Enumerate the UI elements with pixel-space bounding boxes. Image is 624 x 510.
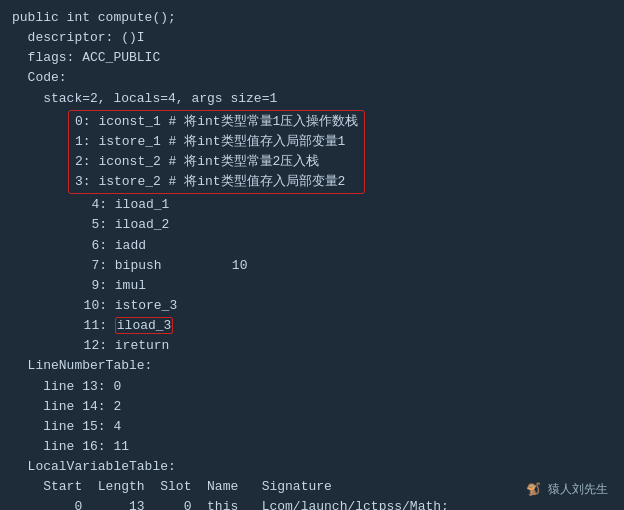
- watermark: 🐒 猿人刘先生: [526, 481, 608, 498]
- line-number-table-label: LineNumberTable:: [12, 356, 624, 376]
- line-10: 10: istore_3: [68, 296, 624, 316]
- local-var-table-label: LocalVariableTable:: [12, 457, 624, 477]
- ln-0: line 13: 0: [12, 377, 624, 397]
- hl-line-0: 0: iconst_1 # 将int类型常量1压入操作数栈: [75, 112, 358, 132]
- ln-2: line 15: 4: [12, 417, 624, 437]
- line-descriptor: descriptor: ()I: [12, 28, 624, 48]
- line-12: 12: ireturn: [68, 336, 624, 356]
- line-11: 11: iload_3: [68, 316, 624, 336]
- lv-row-0: 0 13 0 this Lcom/launch/lctpss/Math;: [12, 497, 624, 510]
- ln-3: line 16: 11: [12, 437, 624, 457]
- hl-line-1: 1: istore_1 # 将int类型值存入局部变量1: [75, 132, 358, 152]
- line-7: 7: bipush 10: [68, 256, 624, 276]
- line-flags: flags: ACC_PUBLIC: [12, 48, 624, 68]
- line-method-sig: public int compute();: [12, 8, 624, 28]
- highlighted-instructions: 0: iconst_1 # 将int类型常量1压入操作数栈 1: istore_…: [68, 110, 365, 195]
- ln-1: line 14: 2: [12, 397, 624, 417]
- line-stack-info: stack=2, locals=4, args size=1: [12, 89, 624, 109]
- line-4: 4: iload_1: [68, 195, 624, 215]
- hl-line-3: 3: istore_2 # 将int类型值存入局部变量2: [75, 172, 358, 192]
- watermark-text: 🐒 猿人刘先生: [526, 481, 608, 498]
- line-5: 5: iload_2: [68, 215, 624, 235]
- hl-line-2: 2: iconst_2 # 将int类型常量2压入栈: [75, 152, 358, 172]
- code-container: public int compute(); descriptor: ()I fl…: [0, 0, 624, 510]
- line-9: 9: imul: [68, 276, 624, 296]
- line-code-label: Code:: [12, 68, 624, 88]
- line-6: 6: iadd: [68, 236, 624, 256]
